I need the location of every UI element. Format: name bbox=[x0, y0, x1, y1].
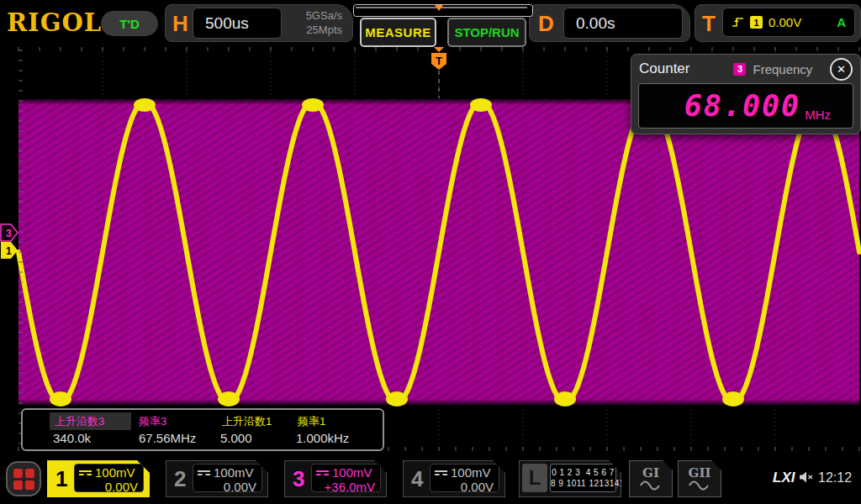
channel-2-button[interactable]: 2 100mV 0.00V bbox=[166, 460, 268, 497]
clock: 12:12 bbox=[818, 470, 852, 486]
counter-header: Counter 3 Frequency ✕ bbox=[631, 55, 860, 83]
channel-number: 1 bbox=[55, 466, 67, 492]
dc-coupling-icon bbox=[435, 470, 447, 475]
channel-readout: 100mV 0.00V bbox=[430, 464, 499, 492]
waveform-preview-strip[interactable] bbox=[353, 4, 533, 17]
counter-value: 68.000 bbox=[684, 89, 800, 123]
trigger-readout[interactable]: 1 0.00V A bbox=[722, 8, 855, 37]
memory-depth: 25Mpts bbox=[306, 24, 342, 36]
sine-icon bbox=[688, 480, 711, 491]
measurement-value: 67.56MHz bbox=[139, 431, 196, 445]
delay-value: 0.00s bbox=[564, 8, 682, 38]
channel-scale: 100mV bbox=[214, 465, 254, 480]
logic-row-1: 0 1 2 3 4 5 6 7 bbox=[551, 467, 615, 479]
channel-offset: 0.00V bbox=[79, 480, 138, 494]
top-status-bar: RIGOL T'D H 500us 5GSa/s25Mpts MEASURE S… bbox=[0, 0, 861, 46]
trigger-level-value: 0.00V bbox=[769, 15, 801, 29]
channel-number: 2 bbox=[174, 466, 186, 492]
close-icon[interactable]: ✕ bbox=[830, 58, 853, 81]
rising-edge-icon bbox=[732, 16, 744, 29]
stop-run-button[interactable]: STOP/RUN bbox=[447, 18, 526, 47]
trigger-status-badge: T'D bbox=[101, 11, 158, 36]
channel-1-button[interactable]: 1 100mV 0.00V bbox=[47, 460, 150, 497]
acquisition-readout: 5GSa/s25Mpts bbox=[306, 9, 342, 38]
delay-menu-button[interactable]: D 0.00s bbox=[529, 4, 690, 42]
measurement-value: 340.0k bbox=[53, 431, 91, 445]
channel-readout: 100mV 0.00V bbox=[74, 464, 144, 492]
channel-readout: 100mV +36.0mV bbox=[311, 464, 381, 492]
measurement-label[interactable]: 频率3 bbox=[139, 414, 166, 429]
channel-offset: +36.0mV bbox=[316, 480, 375, 494]
sine-icon bbox=[639, 480, 663, 491]
measurement-label[interactable]: 上升沿数3 bbox=[55, 414, 104, 429]
counter-display: 68.000 MHz bbox=[638, 83, 853, 129]
measurement-value: 5.000 bbox=[220, 431, 252, 445]
dc-coupling-icon bbox=[198, 470, 210, 475]
horizontal-menu-button[interactable]: H 500us 5GSa/s25Mpts bbox=[165, 4, 353, 42]
svg-text:1: 1 bbox=[6, 245, 12, 257]
channel-scale: 100mV bbox=[332, 465, 372, 480]
svg-text:T: T bbox=[436, 55, 442, 67]
dc-coupling-icon bbox=[79, 470, 92, 475]
measurement-panel: 上升沿数3 频率3 上升沿数1 频率1 340.0k 67.56MHz 5.00… bbox=[21, 408, 384, 451]
trigger-label: T bbox=[702, 11, 716, 37]
generator-2-button[interactable]: GII bbox=[678, 460, 721, 497]
measurement-value: 1.000kHz bbox=[296, 431, 349, 445]
delay-readout[interactable]: 0.00s bbox=[563, 8, 683, 39]
trigger-source-badge: 1 bbox=[750, 16, 763, 29]
counter-unit: MHz bbox=[805, 108, 831, 122]
logic-channels-button[interactable]: L 0 1 2 3 4 5 6 78 9 1011 12131415 bbox=[519, 460, 621, 497]
bottom-status-bar: 1 100mV 0.00V 2 100mV 0.00V 3 100mV +36.… bbox=[0, 458, 861, 504]
lxi-logo: LXI bbox=[773, 470, 795, 486]
svg-text:3: 3 bbox=[6, 228, 12, 239]
horizontal-label: H bbox=[172, 11, 188, 37]
channel-scale: 100mV bbox=[95, 465, 135, 480]
oscilloscope-screen: T31 RIGOL T'D H 500us 5GSa/s25Mpts MEASU… bbox=[0, 0, 861, 504]
muted-speaker-icon[interactable] bbox=[799, 470, 814, 484]
generator-2-label: GII bbox=[689, 467, 711, 480]
channel-number: 4 bbox=[411, 466, 423, 492]
generator-1-button[interactable]: GI bbox=[629, 460, 673, 497]
counter-source-badge: 3 bbox=[733, 63, 746, 76]
logic-channel-list: 0 1 2 3 4 5 6 78 9 1011 12131415 bbox=[550, 464, 616, 492]
logic-label: L bbox=[522, 464, 547, 492]
delay-label: D bbox=[538, 11, 554, 37]
channel-3-button[interactable]: 3 100mV +36.0mV bbox=[284, 460, 387, 497]
sample-rate: 5GSa/s bbox=[306, 9, 342, 22]
dc-coupling-icon bbox=[316, 470, 329, 475]
channel-number: 3 bbox=[293, 466, 304, 492]
channel-offset: 0.00V bbox=[435, 480, 494, 494]
menu-button[interactable] bbox=[6, 461, 41, 496]
rigol-logo: RIGOL bbox=[7, 8, 102, 37]
channel-readout: 100mV 0.00V bbox=[193, 464, 262, 492]
trigger-menu-button[interactable]: T 1 0.00V A bbox=[695, 4, 861, 42]
generator-1-label: GI bbox=[642, 467, 659, 480]
channel-offset: 0.00V bbox=[198, 480, 256, 494]
channel-scale: 100mV bbox=[451, 465, 491, 480]
measure-button[interactable]: MEASURE bbox=[360, 18, 436, 47]
menu-grid-icon bbox=[13, 469, 34, 490]
measurement-label[interactable]: 上升沿数1 bbox=[222, 414, 272, 429]
counter-panel: Counter 3 Frequency ✕ 68.000 MHz bbox=[631, 54, 861, 134]
counter-title: Counter bbox=[639, 60, 689, 77]
timebase-readout[interactable]: 500us bbox=[193, 8, 282, 39]
measurement-label[interactable]: 频率1 bbox=[298, 414, 325, 429]
counter-mode-label: Frequency bbox=[753, 62, 812, 76]
logic-row-2: 8 9 1011 12131415 bbox=[551, 478, 615, 490]
channel-4-button[interactable]: 4 100mV 0.00V bbox=[403, 460, 505, 497]
trigger-sweep-mode: A bbox=[837, 15, 846, 29]
timebase-value: 500us bbox=[193, 8, 281, 38]
